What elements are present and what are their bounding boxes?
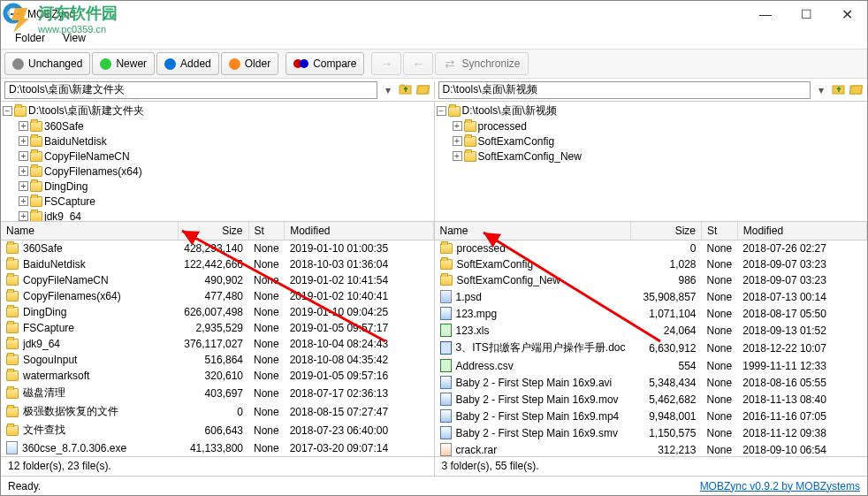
tree-expand-icon[interactable]: + [19, 181, 28, 191]
maximize-button[interactable]: ☐ [786, 1, 826, 27]
left-list[interactable]: Name Size St Modified 360Safe428,293,140… [1, 222, 434, 456]
col-st[interactable]: St [248, 222, 285, 240]
list-row[interactable]: 360cse_8.7.0.306.exe41,133,800None2017-0… [1, 439, 433, 456]
synchronize-button[interactable]: ⇄Synchronize [435, 52, 528, 75]
menu-folder[interactable]: Folder [8, 30, 52, 46]
row-size: 428,293,140 [178, 240, 248, 257]
list-row[interactable]: 1.psd35,908,857None2018-07-13 00:14 [435, 288, 867, 305]
close-button[interactable]: ✕ [826, 1, 867, 27]
left-tree[interactable]: −D:\tools\桌面\新建文件夹 +360Safe+BaiduNetdisk… [1, 102, 434, 222]
tree-node[interactable]: +FSCapture [3, 194, 432, 209]
list-row[interactable]: SoftExamConfig1,028None2018-09-07 03:23 [435, 256, 867, 272]
list-row[interactable]: 磁盘清理403,697None2018-07-17 02:36:13 [1, 384, 433, 402]
left-up-folder-icon[interactable] [399, 81, 413, 98]
filter-older-button[interactable]: Older [221, 52, 278, 75]
filter-unchanged-button[interactable]: Unchanged [4, 52, 90, 75]
tree-root-label[interactable]: D:\tools\桌面\新视频 [462, 103, 557, 118]
tree-expand-icon[interactable]: + [19, 151, 28, 161]
sync-right-button[interactable]: ← [403, 52, 433, 75]
col-name[interactable]: Name [435, 222, 631, 240]
col-size[interactable]: Size [631, 222, 702, 240]
list-row[interactable]: 123.mpg1,071,104None2018-08-17 05:50 [435, 305, 867, 322]
left-path-dropdown-icon[interactable]: ▾ [381, 84, 395, 96]
tree-expand-icon[interactable]: + [453, 151, 462, 161]
col-st[interactable]: St [702, 222, 738, 240]
row-name: 360cse_8.7.0.306.exe [22, 442, 126, 454]
tree-node[interactable]: +CopyFilenames(x64) [3, 164, 432, 179]
tree-node[interactable]: +CopyFileNameCN [3, 149, 432, 164]
list-row[interactable]: 文件查找606,643None2018-07-23 06:40:00 [1, 421, 433, 439]
right-path-dropdown-icon[interactable]: ▾ [814, 84, 828, 96]
left-open-folder-icon[interactable] [416, 81, 430, 98]
folder-icon [6, 388, 19, 399]
tree-expand-icon[interactable]: + [19, 166, 28, 176]
list-row[interactable]: Baby 2 - First Step Main 16x9.avi5,348,4… [435, 374, 867, 391]
list-row[interactable]: crack.rar312,213None2018-09-10 06:54 [435, 441, 867, 456]
minimize-button[interactable]: — [745, 1, 786, 27]
tree-expand-icon[interactable]: + [19, 196, 28, 206]
row-modified: 2019-01-05 09:57:16 [285, 368, 433, 384]
list-row[interactable]: Baby 2 - First Step Main 16x9.mov5,462,6… [435, 391, 867, 408]
list-row[interactable]: CopyFileNameCN490,902None2019-01-02 10:4… [1, 272, 433, 288]
folder-icon [30, 166, 42, 177]
col-modified[interactable]: Modified [737, 222, 866, 240]
filter-newer-button[interactable]: Newer [92, 52, 155, 75]
list-row[interactable]: jdk9_64376,117,027None2018-10-04 08:24:4… [1, 336, 433, 352]
list-row[interactable]: BaiduNetdisk122,442,666None2018-10-03 01… [1, 256, 433, 272]
sync-left-button[interactable]: → [371, 52, 401, 75]
list-row[interactable]: watermarksoft320,610None2019-01-05 09:57… [1, 368, 433, 384]
right-up-folder-icon[interactable] [832, 81, 846, 98]
col-size[interactable]: Size [178, 222, 248, 240]
row-modified: 2018-07-26 02:27 [737, 240, 866, 257]
list-row[interactable]: 极强数据恢复的文件0None2018-08-15 07:27:47 [1, 402, 433, 421]
list-row[interactable]: SoftExamConfig_New986None2018-09-07 03:2… [435, 272, 867, 288]
row-size: 24,064 [631, 322, 702, 339]
left-path-input[interactable]: D:\tools\桌面\新建文件夹 [4, 81, 377, 99]
tree-collapse-icon[interactable]: − [3, 106, 12, 116]
tree-node[interactable]: +SoftExamConfig_New [437, 149, 866, 164]
row-size: 986 [631, 272, 702, 288]
tree-node[interactable]: +processed [437, 118, 866, 134]
row-name: Baby 2 - First Step Main 16x9.smv [456, 427, 618, 439]
tree-expand-icon[interactable]: + [453, 121, 462, 131]
tree-node[interactable]: +DingDing [3, 179, 432, 194]
tree-expand-icon[interactable]: + [19, 121, 28, 131]
col-modified[interactable]: Modified [285, 222, 433, 240]
right-open-folder-icon[interactable] [849, 81, 864, 98]
version-link[interactable]: MOBZync v0.9.2 by MOBZystems [700, 480, 860, 492]
tree-expand-icon[interactable]: + [19, 136, 28, 146]
list-row[interactable]: FSCapture2,935,529None2019-01-05 09:57:1… [1, 320, 433, 336]
list-row[interactable]: SogouInput516,864None2018-10-08 04:35:42 [1, 352, 433, 368]
tree-expand-icon[interactable]: + [453, 136, 462, 146]
right-list[interactable]: Name Size St Modified processed0None2018… [435, 222, 868, 456]
tree-collapse-icon[interactable]: − [437, 106, 446, 116]
tree-node[interactable]: +BaiduNetdisk [3, 134, 432, 149]
list-row[interactable]: 360Safe428,293,140None2019-01-10 01:00:3… [1, 240, 433, 257]
menu-view[interactable]: View [56, 30, 93, 46]
filter-added-button[interactable]: Added [156, 52, 219, 75]
statusbar: Ready. MOBZync v0.9.2 by MOBZystems [1, 476, 867, 495]
compare-button[interactable]: Compare [286, 52, 364, 75]
tree-node[interactable]: +360Safe [3, 118, 432, 134]
row-status: None [248, 336, 285, 352]
list-row[interactable]: Baby 2 - First Step Main 16x9.smv1,150,5… [435, 424, 867, 441]
list-row[interactable]: Baby 2 - First Step Main 16x9.mp49,948,0… [435, 408, 867, 424]
list-row[interactable]: 123.xls24,064None2018-09-13 01:52 [435, 322, 867, 339]
folder-icon [30, 121, 42, 132]
list-row[interactable]: CopyFilenames(x64)477,480None2019-01-02 … [1, 288, 433, 304]
row-name: jdk9_64 [23, 338, 60, 350]
tree-root-label[interactable]: D:\tools\桌面\新建文件夹 [28, 103, 144, 118]
list-row[interactable]: Address.csv554None1999-11-11 12:33 [435, 357, 867, 374]
list-row[interactable]: DingDing626,007,498None2019-01-10 09:04:… [1, 304, 433, 320]
row-size: 6,630,912 [631, 339, 702, 357]
right-path-input[interactable]: D:\tools\桌面\新视频 [438, 81, 811, 99]
tree-node[interactable]: +SoftExamConfig [437, 134, 866, 149]
right-tree[interactable]: −D:\tools\桌面\新视频 +processed+SoftExamConf… [435, 102, 868, 222]
list-row[interactable]: processed0None2018-07-26 02:27 [435, 240, 867, 257]
col-name[interactable]: Name [1, 222, 178, 240]
vid-file-icon [440, 307, 452, 320]
list-row[interactable]: 3、ITS扣缴客户端用户操作手册.doc6,630,912None2018-12… [435, 339, 867, 357]
newer-dot-icon [100, 58, 111, 70]
tree-node[interactable]: +jdk9_64 [3, 209, 432, 222]
tree-expand-icon[interactable]: + [19, 211, 28, 221]
